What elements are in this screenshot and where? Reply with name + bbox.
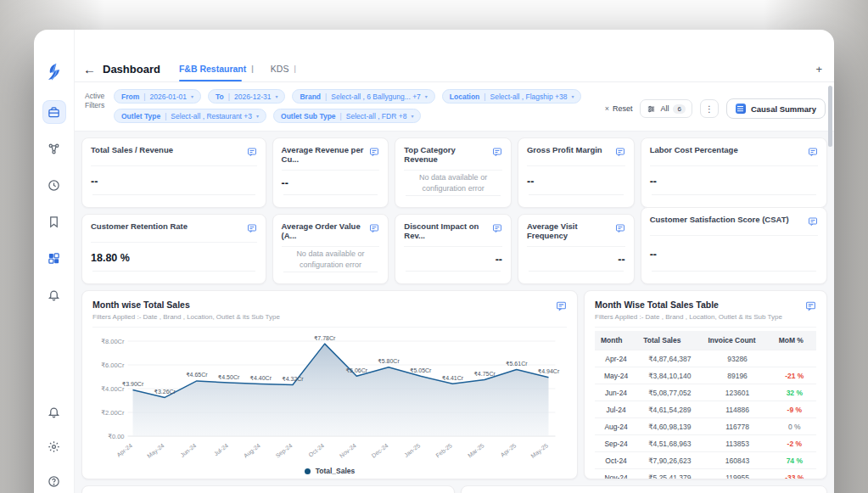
- kpi-value: --: [650, 236, 818, 271]
- causal-summary-icon: [736, 104, 746, 114]
- comment-icon[interactable]: [556, 300, 567, 315]
- day-wise-total-sales-table-card: Day Wise Total Sales Table: [461, 485, 827, 493]
- kpi-card: Discount Impact on Rev...--: [395, 214, 512, 284]
- add-tab-icon[interactable]: +: [815, 63, 822, 76]
- all-filters-button[interactable]: All 6: [640, 99, 692, 118]
- kpi-card: Top Category RevenueNo data available or…: [395, 137, 512, 208]
- table-column-header: Invoice Count: [702, 331, 772, 350]
- divider: [92, 194, 255, 195]
- comment-icon[interactable]: [492, 145, 502, 160]
- svg-text:₹3.90Cr: ₹3.90Cr: [122, 381, 144, 387]
- kpi-row-1: Customer Retention Rate18.80 %Average Or…: [81, 214, 827, 284]
- filter-count-badge: 6: [673, 104, 685, 114]
- app-logo-icon[interactable]: [44, 62, 64, 82]
- svg-text:₹4.50Cr: ₹4.50Cr: [218, 374, 240, 380]
- divider: [529, 271, 624, 272]
- kpi-value: --: [282, 171, 380, 194]
- chart-subtitle: Filters Applied :- Date , Brand , Locati…: [92, 313, 280, 321]
- kpi-card: Average Visit Frequency--: [518, 214, 635, 284]
- kpi-card: Customer Retention Rate18.80 %: [81, 214, 266, 284]
- svg-text:Jan-25: Jan-25: [403, 442, 421, 458]
- table-column-header: MoM %: [773, 331, 816, 350]
- divider: [92, 271, 255, 272]
- total-sales-line-chart[interactable]: ₹0.00₹2.00Cr₹4.00Cr₹6.00Cr₹8.00Cr₹3.90Cr…: [92, 331, 567, 468]
- table-row: Jun-24₹5,08,77,05212360132 %: [595, 384, 816, 401]
- reset-button[interactable]: ×Reset: [605, 104, 633, 113]
- table-row: Oct-24₹7,90,26,62316084374 %: [595, 452, 816, 469]
- dashboard-icon[interactable]: [43, 101, 65, 123]
- comment-icon[interactable]: [615, 145, 625, 160]
- kpi-title: Total Sales / Revenue: [91, 145, 173, 154]
- bell-icon[interactable]: [43, 283, 65, 305]
- bookmark-icon[interactable]: [43, 210, 65, 232]
- kpi-value: --: [527, 247, 625, 271]
- sidebar: [34, 30, 75, 493]
- kpi-title: Customer Retention Rate: [91, 221, 188, 231]
- svg-text:Apr-25: Apr-25: [500, 442, 518, 458]
- kpi-title: Gross Profit Margin: [527, 145, 602, 154]
- settings-gear-icon[interactable]: [43, 435, 65, 457]
- tab-pin-icon: |: [294, 64, 295, 73]
- causal-summary-button[interactable]: Causal Summary: [726, 98, 826, 119]
- kpi-card: Average Revenue per Cu...--: [272, 137, 389, 208]
- table-row: May-24₹3,84,10,14089196-21 %: [595, 367, 816, 384]
- history-icon[interactable]: [43, 174, 65, 196]
- comment-icon[interactable]: [805, 300, 816, 315]
- back-arrow-icon[interactable]: ←: [83, 62, 96, 76]
- filter-chip[interactable]: From|2026-01-01▾: [114, 89, 201, 104]
- svg-text:₹4.32Cr: ₹4.32Cr: [282, 376, 304, 382]
- bell-icon[interactable]: [43, 401, 65, 423]
- scrollbar-thumb[interactable]: [828, 86, 832, 147]
- svg-text:₹4.94Cr: ₹4.94Cr: [538, 368, 560, 374]
- svg-text:₹7.78Cr: ₹7.78Cr: [314, 335, 336, 341]
- apps-grid-icon[interactable]: [43, 247, 65, 269]
- kpi-title: Labor Cost Percentage: [650, 145, 738, 154]
- filter-chip[interactable]: Outlet Type|Select-all , Restaurant +3▾: [114, 109, 266, 123]
- kpi-card: Average Order Value (A...No data availab…: [272, 214, 389, 284]
- kpi-title: Discount Impact on Rev...: [404, 221, 489, 241]
- svg-text:Feb-25: Feb-25: [434, 442, 453, 458]
- tab-kds[interactable]: KDS|: [271, 64, 296, 81]
- table-subtitle: Filters Applied :- Date , Brand , Locati…: [595, 313, 782, 321]
- svg-text:Sep-24: Sep-24: [274, 442, 294, 459]
- divider: [652, 271, 816, 272]
- tab-fb-restaurant[interactable]: F&B Restaurant|: [179, 64, 254, 81]
- svg-text:May-25: May-25: [529, 442, 549, 460]
- table-row: Jul-24₹4,61,54,289114886-9 %: [595, 401, 816, 418]
- svg-text:₹2.00Cr: ₹2.00Cr: [101, 409, 125, 417]
- table-title: Month Wise Total Sales Table: [595, 300, 782, 310]
- comment-icon[interactable]: [492, 221, 502, 237]
- svg-text:₹4.75Cr: ₹4.75Cr: [473, 371, 496, 377]
- svg-text:Aug-24: Aug-24: [243, 442, 262, 459]
- month-wise-total-sales-table-card: Month Wise Total Sales Table Filters App…: [584, 290, 827, 479]
- filter-chip[interactable]: Outlet Sub Type|Select-all , FDR +8▾: [273, 109, 421, 123]
- comment-icon[interactable]: [808, 215, 818, 230]
- table-column-header: Total Sales: [637, 331, 702, 350]
- help-icon[interactable]: [43, 470, 65, 492]
- comment-icon[interactable]: [369, 145, 379, 160]
- comment-icon[interactable]: [369, 221, 379, 237]
- svg-text:₹6.00Cr: ₹6.00Cr: [101, 361, 125, 369]
- kpi-card: Customer Satisfaction Score (CSAT)--: [641, 207, 827, 284]
- sidebar-top-icons: [43, 101, 65, 305]
- kpi-title: Average Visit Frequency: [527, 221, 612, 241]
- comment-icon[interactable]: [808, 145, 818, 160]
- svg-text:₹4.65Cr: ₹4.65Cr: [186, 372, 208, 378]
- integrations-icon[interactable]: [43, 137, 65, 160]
- table-row: Apr-24₹4,87,64,38793286: [595, 350, 816, 367]
- scrollbar[interactable]: [828, 86, 832, 493]
- filter-chip[interactable]: To|2026-12-31▾: [208, 89, 285, 104]
- filter-chip[interactable]: Brand|Select-all , 6 Ballygung... +7▾: [292, 89, 434, 104]
- comment-icon[interactable]: [615, 221, 625, 237]
- comment-icon[interactable]: [247, 221, 257, 237]
- filter-controls: ×Reset All 6 ⋮ Causal Summary: [605, 89, 826, 123]
- tab-pin-icon: |: [251, 64, 254, 73]
- kpi-card: Gross Profit Margin--: [518, 137, 635, 208]
- filter-chip[interactable]: Location|Select-all , Flagship +38▾: [442, 89, 582, 104]
- comment-icon[interactable]: [247, 145, 257, 160]
- kpi-value: --: [527, 166, 625, 194]
- chart-title: Month wise Total Sales: [92, 300, 280, 310]
- svg-text:₹4.40Cr: ₹4.40Cr: [250, 375, 272, 381]
- kebab-menu-icon[interactable]: ⋮: [700, 99, 719, 118]
- svg-text:₹5.80Cr: ₹5.80Cr: [378, 358, 400, 364]
